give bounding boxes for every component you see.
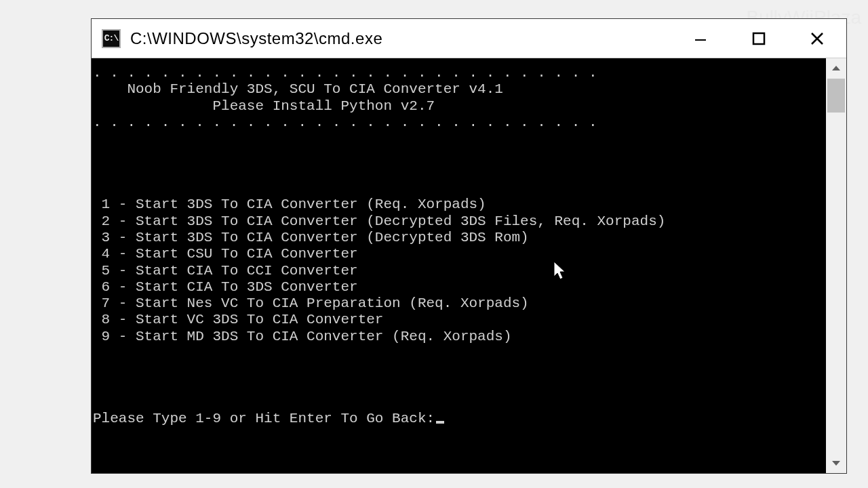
window-controls — [671, 19, 846, 58]
mouse-cursor-icon — [485, 245, 568, 302]
menu-item: 7 - Start Nes VC To CIA Preparation (Req… — [93, 296, 529, 311]
menu-item: 9 - Start MD 3DS To CIA Converter (Req. … — [93, 329, 512, 344]
scroll-thumb[interactable] — [827, 79, 845, 113]
close-icon — [809, 30, 825, 47]
maximize-icon — [751, 30, 767, 47]
window-title: C:\WINDOWS\system32\cmd.exe — [130, 29, 671, 48]
scroll-up-button[interactable] — [826, 58, 846, 79]
console-wrap: . . . . . . . . . . . . . . . . . . . . … — [92, 58, 846, 473]
menu-item: 5 - Start CIA To CCI Converter — [93, 263, 358, 279]
menu-item: 8 - Start VC 3DS To CIA Converter — [93, 312, 383, 327]
border-line: . . . . . . . . . . . . . . . . . . . . … — [93, 65, 597, 81]
minimize-button[interactable] — [671, 19, 730, 58]
cmd-icon-text: C:\ — [104, 33, 118, 43]
prompt-line: Please Type 1-9 or Hit Enter To Go Back: — [93, 411, 435, 426]
menu-item: 3 - Start 3DS To CIA Converter (Decrypte… — [93, 230, 529, 245]
text-cursor — [436, 421, 444, 424]
menu-item: 2 - Start 3DS To CIA Converter (Decrypte… — [93, 214, 665, 229]
cmd-window: C:\ C:\WINDOWS\system32\cmd.exe . . . . … — [91, 18, 847, 474]
minimize-icon — [692, 30, 709, 47]
menu-item: 4 - Start CSU To CIA Converter — [93, 246, 358, 262]
header-line-1: Noob Friendly 3DS, SCU To CIA Converter … — [93, 81, 503, 97]
svg-rect-1 — [753, 33, 764, 44]
menu-item: 6 - Start CIA To 3DS Converter — [93, 279, 358, 295]
border-line: . . . . . . . . . . . . . . . . . . . . … — [93, 115, 597, 130]
maximize-button[interactable] — [730, 19, 788, 58]
console-output[interactable]: . . . . . . . . . . . . . . . . . . . . … — [92, 58, 826, 473]
scroll-down-button[interactable] — [826, 453, 846, 473]
header-line-2: Please Install Python v2.7 — [93, 98, 435, 114]
chevron-up-icon — [831, 63, 842, 74]
titlebar[interactable]: C:\ C:\WINDOWS\system32\cmd.exe — [92, 19, 846, 58]
close-button[interactable] — [788, 19, 846, 58]
cmd-icon: C:\ — [102, 29, 121, 48]
chevron-down-icon — [831, 458, 842, 468]
scroll-track[interactable] — [826, 79, 846, 453]
scrollbar[interactable] — [826, 58, 846, 473]
menu-item: 1 - Start 3DS To CIA Converter (Req. Xor… — [93, 197, 486, 212]
